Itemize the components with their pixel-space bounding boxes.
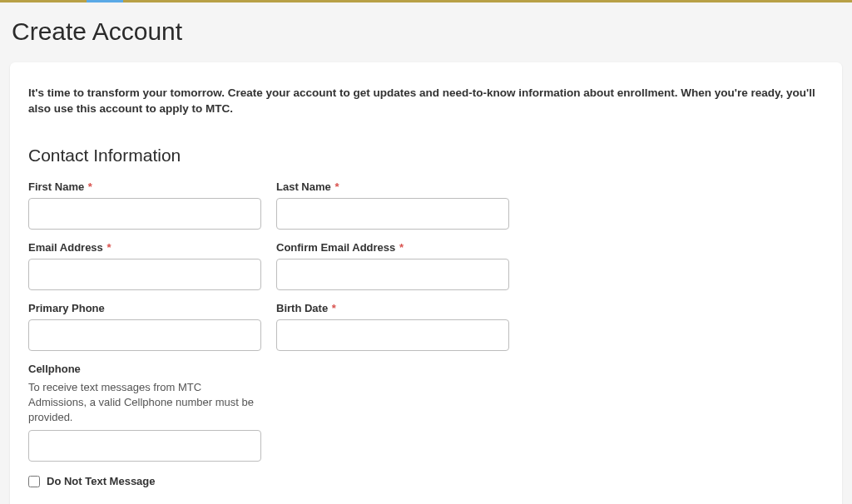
cellphone-field[interactable] [28,430,261,462]
section-title: Contact Information [28,146,824,166]
label-first-name: First Name * [28,180,261,193]
group-confirm-email: Confirm Email Address * [276,241,509,290]
group-primary-phone: Primary Phone [28,302,261,351]
primary-phone-field[interactable] [28,319,261,351]
page-header: Create Account [0,2,852,54]
row-name: First Name * Last Name * [28,180,824,230]
form-card: It's time to transform your tomorrow. Cr… [10,62,842,504]
required-star: * [88,180,92,193]
do-not-text-row: Do Not Text Message [28,475,824,487]
required-star: * [399,241,404,254]
label-primary-phone: Primary Phone [28,302,261,314]
required-star: * [106,241,111,254]
required-star: * [332,302,336,314]
group-email: Email Address * [28,241,261,290]
first-name-field[interactable] [28,198,261,230]
row-email: Email Address * Confirm Email Address * [28,241,824,290]
email-field[interactable] [28,259,261,290]
do-not-text-label: Do Not Text Message [47,475,156,487]
confirm-email-field[interactable] [276,259,509,290]
group-last-name: Last Name * [276,180,509,230]
group-first-name: First Name * [28,180,261,230]
label-email: Email Address * [28,241,261,254]
page-title: Create Account [12,17,840,46]
required-star: * [334,180,339,193]
cellphone-help: To receive text messages from MTC Admiss… [28,380,261,426]
last-name-field[interactable] [276,198,509,230]
top-accent-bar [0,0,852,2]
group-cellphone: Cellphone To receive text messages from … [28,363,261,462]
label-cellphone: Cellphone [28,363,261,375]
row-phone-birth: Primary Phone Birth Date * [28,302,824,351]
intro-text: It's time to transform your tomorrow. Cr… [28,86,824,117]
label-confirm-email: Confirm Email Address * [276,241,509,254]
label-birth-date: Birth Date * [276,302,509,314]
birth-date-field[interactable] [276,319,509,351]
label-last-name: Last Name * [276,180,509,193]
row-cellphone: Cellphone To receive text messages from … [28,363,824,462]
do-not-text-checkbox[interactable] [28,476,40,487]
group-birth-date: Birth Date * [276,302,509,351]
